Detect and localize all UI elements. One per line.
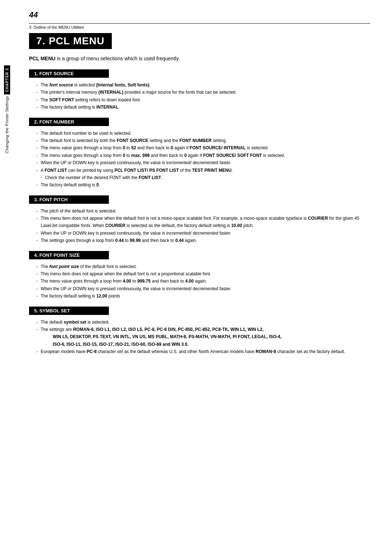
font-point-size-list: The font point size of the default font … bbox=[29, 263, 370, 300]
section-heading-font-source: 1. FONT SOURCE bbox=[29, 69, 109, 78]
sidebar-chapter-label: CHAPTER 3 bbox=[4, 65, 10, 94]
font-pitch-list: The pitch of the default font is selecte… bbox=[29, 207, 370, 244]
symbol-set-list: The default symbol set is selected. The … bbox=[29, 319, 370, 356]
list-item: When the UP or DOWN key is pressed conti… bbox=[36, 230, 370, 237]
main-content: 3. Outline of the MENU Utilities 7. PCL … bbox=[29, 20, 370, 356]
section-font-number: 2. FONT NUMBER The default font number t… bbox=[29, 118, 370, 189]
section-symbol-set: 5. SYMBOL SET The default symbol set is … bbox=[29, 307, 370, 356]
section-font-point-size: 4. FONT POINT SIZE The font point size o… bbox=[29, 251, 370, 300]
list-item: This menu item does not appear when the … bbox=[36, 270, 370, 278]
list-item: The default font number to be used is se… bbox=[36, 130, 370, 137]
list-item: The menu value goes through a loop from … bbox=[36, 144, 370, 151]
font-number-list: The default font number to be used is se… bbox=[29, 130, 370, 189]
section-heading-symbol-set: 5. SYMBOL SET bbox=[29, 307, 109, 315]
list-item: A FONT LIST can be printed by using PCL … bbox=[36, 167, 370, 174]
list-item: The settings are ROMAN-8, ISO L1, ISO L2… bbox=[36, 326, 370, 348]
section-font-source: 1. FONT SOURCE The font source is select… bbox=[29, 69, 370, 111]
list-item: When the UP or DOWN key is pressed conti… bbox=[36, 159, 370, 166]
page-number: 44 bbox=[0, 0, 392, 20]
sidebar: CHAPTER 3 Changing the Printer Settings bbox=[0, 65, 14, 320]
chapter-title-box: 7. PCL MENU bbox=[29, 33, 112, 49]
list-item: The printer's internal memory (INTERNAL)… bbox=[36, 89, 370, 96]
chapter-title: 7. PCL MENU bbox=[36, 35, 105, 47]
list-item: The default symbol set is selected. bbox=[36, 319, 370, 326]
list-item: The pitch of the default font is selecte… bbox=[36, 207, 370, 215]
sidebar-description: Changing the Printer Settings bbox=[5, 96, 9, 153]
intro-rest: is a group of menu selections which is u… bbox=[57, 56, 180, 61]
list-item: This menu item does not appear when the … bbox=[36, 215, 370, 230]
list-item: The SOFT FONT setting refers to down loa… bbox=[36, 96, 370, 104]
section-font-pitch: 3. FONT PITCH The pitch of the default f… bbox=[29, 195, 370, 244]
list-item: The factory default setting is 12.00 poi… bbox=[36, 292, 370, 300]
list-item: The settings goes through a loop from 0.… bbox=[36, 237, 370, 244]
section-heading-font-number: 2. FONT NUMBER bbox=[29, 118, 109, 126]
list-item: Check the number of the desired FONT wit… bbox=[41, 174, 370, 181]
list-item: The font source is selected (Internal fo… bbox=[36, 81, 370, 89]
list-item: The default font is selected by both the… bbox=[36, 137, 370, 144]
list-item: When the UP or DOWN key is pressed conti… bbox=[36, 285, 370, 292]
intro-paragraph: PCL MENU is a group of menu selections w… bbox=[29, 56, 370, 61]
list-item: The menu value goes through a loop from … bbox=[36, 152, 370, 159]
section-header-line: 3. Outline of the MENU Utilities bbox=[29, 23, 370, 29]
section-heading-font-point-size: 4. FONT POINT SIZE bbox=[29, 251, 109, 259]
list-item: European models have PC-8 character set … bbox=[36, 348, 370, 355]
page-container: 44 CHAPTER 3 Changing the Printer Settin… bbox=[0, 0, 392, 555]
breadcrumb: 3. Outline of the MENU Utilities bbox=[29, 25, 370, 29]
list-item: The font point size of the default font … bbox=[36, 263, 370, 270]
list-item: The factory default setting is INTERNAL. bbox=[36, 104, 370, 111]
font-source-list: The font source is selected (Internal fo… bbox=[29, 81, 370, 111]
list-item: The factory default setting is 0. bbox=[36, 181, 370, 189]
list-item: The menu value goes through a loop from … bbox=[36, 278, 370, 285]
intro-bold: PCL MENU bbox=[29, 56, 56, 61]
section-heading-font-pitch: 3. FONT PITCH bbox=[29, 195, 109, 204]
